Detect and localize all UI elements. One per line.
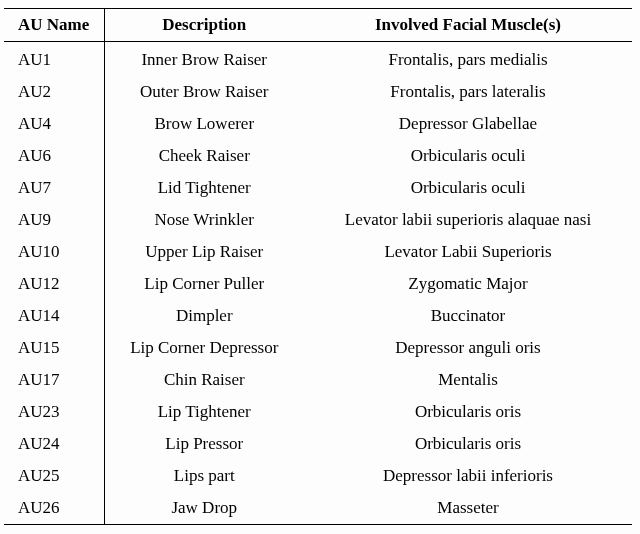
- table-row: AU23 Lip Tightener Orbicularis oris: [4, 396, 632, 428]
- table-row: AU6 Cheek Raiser Orbicularis oculi: [4, 140, 632, 172]
- table-row: AU1 Inner Brow Raiser Frontalis, pars me…: [4, 42, 632, 77]
- cell-au: AU10: [4, 236, 104, 268]
- cell-muscle: Frontalis, pars lateralis: [304, 76, 632, 108]
- cell-muscle: Masseter: [304, 492, 632, 525]
- table-row: AU15 Lip Corner Depressor Depressor angu…: [4, 332, 632, 364]
- table-row: AU17 Chin Raiser Mentalis: [4, 364, 632, 396]
- table-row: AU7 Lid Tightener Orbicularis oculi: [4, 172, 632, 204]
- table-row: AU24 Lip Pressor Orbicularis oris: [4, 428, 632, 460]
- cell-au: AU15: [4, 332, 104, 364]
- cell-muscle: Orbicularis oculi: [304, 140, 632, 172]
- cell-desc: Brow Lowerer: [104, 108, 304, 140]
- cell-au: AU14: [4, 300, 104, 332]
- cell-au: AU12: [4, 268, 104, 300]
- cell-muscle: Mentalis: [304, 364, 632, 396]
- cell-muscle: Depressor anguli oris: [304, 332, 632, 364]
- cell-au: AU1: [4, 42, 104, 77]
- cell-au: AU6: [4, 140, 104, 172]
- cell-au: AU17: [4, 364, 104, 396]
- cell-muscle: Depressor Glabellae: [304, 108, 632, 140]
- cell-desc: Nose Wrinkler: [104, 204, 304, 236]
- cell-au: AU2: [4, 76, 104, 108]
- header-au-name: AU Name: [4, 9, 104, 42]
- cell-muscle: Orbicularis oculi: [304, 172, 632, 204]
- table-row: AU14 Dimpler Buccinator: [4, 300, 632, 332]
- cell-muscle: Depressor labii inferioris: [304, 460, 632, 492]
- table-row: AU25 Lips part Depressor labii inferiori…: [4, 460, 632, 492]
- table-row: AU9 Nose Wrinkler Levator labii superior…: [4, 204, 632, 236]
- cell-desc: Jaw Drop: [104, 492, 304, 525]
- table-header-row: AU Name Description Involved Facial Musc…: [4, 9, 632, 42]
- cell-desc: Lip Corner Depressor: [104, 332, 304, 364]
- cell-muscle: Frontalis, pars medialis: [304, 42, 632, 77]
- cell-au: AU24: [4, 428, 104, 460]
- header-description: Description: [104, 9, 304, 42]
- table-row: AU12 Lip Corner Puller Zygomatic Major: [4, 268, 632, 300]
- cell-au: AU4: [4, 108, 104, 140]
- cell-desc: Inner Brow Raiser: [104, 42, 304, 77]
- cell-au: AU26: [4, 492, 104, 525]
- cell-muscle: Zygomatic Major: [304, 268, 632, 300]
- cell-desc: Lid Tightener: [104, 172, 304, 204]
- cell-desc: Lips part: [104, 460, 304, 492]
- cell-muscle: Levator labii superioris alaquae nasi: [304, 204, 632, 236]
- cell-desc: Lip Pressor: [104, 428, 304, 460]
- cell-muscle: Orbicularis oris: [304, 396, 632, 428]
- cell-au: AU9: [4, 204, 104, 236]
- cell-desc: Lip Tightener: [104, 396, 304, 428]
- cell-muscle: Orbicularis oris: [304, 428, 632, 460]
- header-muscles: Involved Facial Muscle(s): [304, 9, 632, 42]
- table-row: AU10 Upper Lip Raiser Levator Labii Supe…: [4, 236, 632, 268]
- cell-au: AU7: [4, 172, 104, 204]
- cell-desc: Dimpler: [104, 300, 304, 332]
- table-row: AU2 Outer Brow Raiser Frontalis, pars la…: [4, 76, 632, 108]
- cell-au: AU23: [4, 396, 104, 428]
- au-table: AU Name Description Involved Facial Musc…: [4, 8, 632, 525]
- table-body: AU1 Inner Brow Raiser Frontalis, pars me…: [4, 42, 632, 525]
- cell-muscle: Levator Labii Superioris: [304, 236, 632, 268]
- cell-desc: Chin Raiser: [104, 364, 304, 396]
- cell-desc: Cheek Raiser: [104, 140, 304, 172]
- cell-desc: Outer Brow Raiser: [104, 76, 304, 108]
- table-row: AU4 Brow Lowerer Depressor Glabellae: [4, 108, 632, 140]
- cell-muscle: Buccinator: [304, 300, 632, 332]
- table-row: AU26 Jaw Drop Masseter: [4, 492, 632, 525]
- cell-desc: Upper Lip Raiser: [104, 236, 304, 268]
- cell-au: AU25: [4, 460, 104, 492]
- cell-desc: Lip Corner Puller: [104, 268, 304, 300]
